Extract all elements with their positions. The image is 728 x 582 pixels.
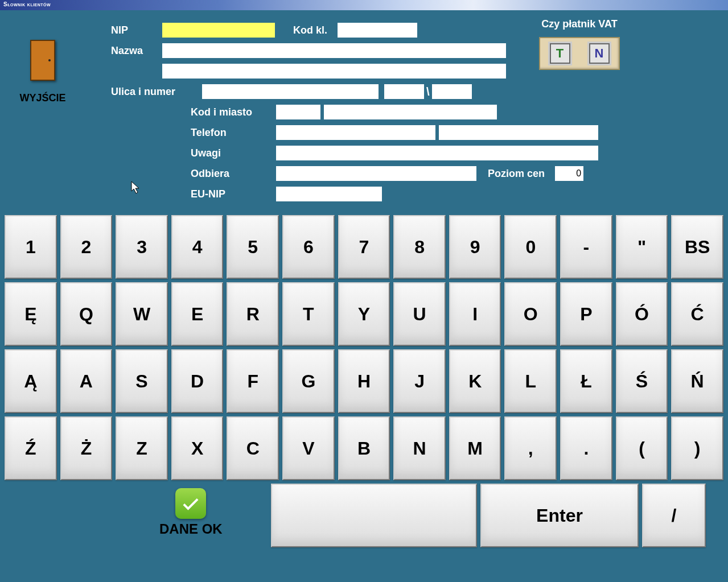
key-9[interactable]: 9 [449, 215, 501, 279]
kodkl-label: Kod kl. [293, 24, 327, 36]
odbiera-label: Odbiera [191, 168, 276, 180]
key-e[interactable]: E [171, 282, 224, 346]
keyboard-row-1: 1234567890-"BS [5, 215, 723, 279]
key-5[interactable]: 5 [227, 215, 279, 279]
key-z[interactable]: Z [116, 416, 168, 480]
uwagi-input[interactable] [276, 146, 598, 160]
key-ó[interactable]: Ó [616, 282, 668, 346]
confirm-label: DANE OK [159, 521, 223, 537]
poziom-input[interactable] [555, 166, 583, 181]
confirm-button[interactable]: DANE OK [159, 488, 223, 537]
key-enter[interactable]: Enter [480, 484, 639, 547]
key-ź[interactable]: Ź [5, 416, 57, 480]
key--[interactable]: - [560, 215, 612, 279]
key-i[interactable]: I [449, 282, 501, 346]
key-w[interactable]: W [116, 282, 168, 346]
uwagi-label: Uwagi [191, 147, 276, 159]
key-,[interactable]: , [504, 416, 557, 480]
poziom-label: Poziom cen [488, 168, 545, 180]
key-j[interactable]: J [393, 349, 446, 413]
kodmiasto-label: Kod i miasto [191, 106, 276, 118]
keyboard-row-5: Enter / [5, 484, 723, 547]
kod-input[interactable] [276, 105, 320, 119]
key-4[interactable]: 4 [171, 215, 224, 279]
miasto-input[interactable] [324, 105, 497, 119]
form-area: NIP Kod kl. Nazwa Ulica i numer \ Kod i … [111, 22, 692, 206]
check-icon [175, 488, 206, 519]
nazwa1-input[interactable] [162, 43, 506, 58]
key-ć[interactable]: Ć [671, 282, 723, 346]
key-c[interactable]: C [227, 416, 279, 480]
nip-label: NIP [111, 24, 162, 36]
key-bs[interactable]: BS [671, 215, 723, 279]
telefon1-input[interactable] [276, 125, 435, 140]
ulica-separator: \ [424, 85, 432, 98]
key-r[interactable]: R [227, 282, 279, 346]
key-u[interactable]: U [393, 282, 446, 346]
door-icon [30, 40, 55, 81]
key-7[interactable]: 7 [338, 215, 390, 279]
key-1[interactable]: 1 [5, 215, 57, 279]
telefon2-input[interactable] [439, 125, 598, 140]
key-([interactable]: ( [616, 416, 668, 480]
key-t[interactable]: T [282, 282, 335, 346]
key-ę[interactable]: Ę [5, 282, 57, 346]
key-)[interactable]: ) [671, 416, 723, 480]
key-h[interactable]: H [338, 349, 390, 413]
key-v[interactable]: V [282, 416, 335, 480]
key-q[interactable]: Q [60, 282, 113, 346]
key-g[interactable]: G [282, 349, 335, 413]
ulica-nr1-input[interactable] [384, 84, 424, 99]
nip-input[interactable] [162, 23, 275, 38]
key-8[interactable]: 8 [393, 215, 446, 279]
key-3[interactable]: 3 [116, 215, 168, 279]
odbiera-input[interactable] [276, 166, 476, 181]
key-slash[interactable]: / [642, 484, 706, 547]
key-o[interactable]: O [504, 282, 557, 346]
key-b[interactable]: B [338, 416, 390, 480]
eunip-input[interactable] [276, 187, 382, 201]
key-f[interactable]: F [227, 349, 279, 413]
keyboard-row-3: ĄASDFGHJKLŁŚŃ [5, 349, 723, 413]
telefon-label: Telefon [191, 127, 276, 139]
key-ż[interactable]: Ż [60, 416, 113, 480]
ulica-label: Ulica i numer [111, 86, 196, 98]
key-y[interactable]: Y [338, 282, 390, 346]
key-ś[interactable]: Ś [616, 349, 668, 413]
key-m[interactable]: M [449, 416, 501, 480]
kodkl-input[interactable] [338, 23, 417, 38]
key-k[interactable]: K [449, 349, 501, 413]
keyboard-row-4: ŹŻZXCVBNM,.() [5, 416, 723, 480]
key-0[interactable]: 0 [504, 215, 557, 279]
nazwa-label: Nazwa [111, 45, 162, 57]
key-n[interactable]: N [393, 416, 446, 480]
key-l[interactable]: L [504, 349, 557, 413]
key-2[interactable]: 2 [60, 215, 113, 279]
key-6[interactable]: 6 [282, 215, 335, 279]
key-space[interactable] [271, 484, 477, 547]
app-root: WYJŚCIE Czy płatnik VAT T N NIP Kod kl. … [0, 10, 728, 582]
ulica-nr2-input[interactable] [432, 84, 472, 99]
key-.[interactable]: . [560, 416, 612, 480]
exit-label: WYJŚCIE [17, 92, 68, 104]
onscreen-keyboard: 1234567890-"BS ĘQWERTYUIOPÓĆ ĄASDFGHJKLŁ… [5, 215, 723, 547]
exit-button[interactable]: WYJŚCIE [17, 40, 68, 104]
key-ł[interactable]: Ł [560, 349, 612, 413]
key-ą[interactable]: Ą [5, 349, 57, 413]
keyboard-row-2: ĘQWERTYUIOPÓĆ [5, 282, 723, 346]
key-ń[interactable]: Ń [671, 349, 723, 413]
key-d[interactable]: D [171, 349, 224, 413]
eunip-label: EU-NIP [191, 188, 276, 200]
ulica-street-input[interactable] [202, 84, 379, 99]
key-s[interactable]: S [116, 349, 168, 413]
nazwa2-input[interactable] [162, 64, 506, 79]
key-x[interactable]: X [171, 416, 224, 480]
key-a[interactable]: A [60, 349, 113, 413]
window-title: Słownik klientów [0, 0, 728, 10]
key-"[interactable]: " [616, 215, 668, 279]
key-p[interactable]: P [560, 282, 612, 346]
